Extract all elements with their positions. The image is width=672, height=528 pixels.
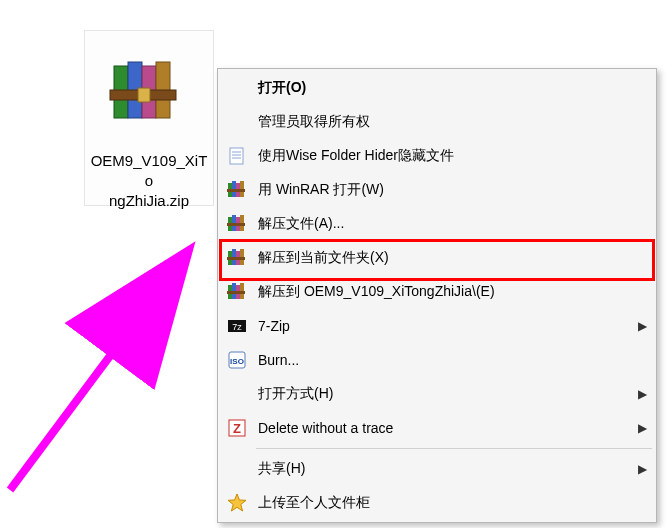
blank [220, 71, 254, 105]
menu-item-label: 打开(O) [254, 79, 630, 97]
menu-item-take-ownership[interactable]: 管理员取得所有权 [220, 105, 654, 139]
submenu-arrow-icon: ▶ [630, 421, 654, 435]
z-icon: Z [220, 411, 254, 445]
document-icon [220, 139, 254, 173]
menu-item-label: 解压到 OEM9_V109_XiTongZhiJia\(E) [254, 283, 630, 301]
context-menu[interactable]: 打开(O)管理员取得所有权 使用Wise Folder Hider隐藏文件 用 … [217, 68, 657, 523]
menu-item-extract-here[interactable]: 解压到当前文件夹(X) [220, 241, 654, 275]
menu-item-label: Delete without a trace [254, 420, 630, 436]
blank [220, 377, 254, 411]
menu-item-label: 共享(H) [254, 460, 630, 478]
menu-item-label: 使用Wise Folder Hider隐藏文件 [254, 147, 630, 165]
svg-text:Z: Z [233, 421, 241, 436]
pointer-arrow [0, 230, 210, 500]
submenu-arrow-icon: ▶ [630, 387, 654, 401]
svg-rect-31 [227, 291, 245, 294]
menu-item-upload-locker[interactable]: 上传至个人文件柜 [220, 486, 654, 520]
menu-item-label: 管理员取得所有权 [254, 113, 630, 131]
submenu-arrow-icon: ▶ [630, 462, 654, 476]
menu-item-label: Burn... [254, 352, 630, 368]
menu-item-open-with[interactable]: 打开方式(H)▶ [220, 377, 654, 411]
menu-item-open[interactable]: 打开(O) [220, 71, 654, 105]
blank [220, 452, 254, 486]
winrar-books-icon [220, 207, 254, 241]
star-icon [220, 486, 254, 520]
menu-item-label: 7-Zip [254, 318, 630, 334]
menu-item-label: 解压到当前文件夹(X) [254, 249, 630, 267]
svg-rect-8 [230, 148, 243, 164]
menu-item-label: 上传至个人文件柜 [254, 494, 630, 512]
svg-text:7z: 7z [232, 322, 242, 332]
file-label-line2: ngZhiJia.zip [109, 192, 189, 209]
svg-rect-26 [227, 257, 245, 260]
winrar-books-icon [220, 173, 254, 207]
svg-text:ISO: ISO [230, 357, 244, 366]
winrar-books-icon [220, 241, 254, 275]
menu-item-extract-files[interactable]: 解压文件(A)... [220, 207, 654, 241]
menu-item-seven-zip[interactable]: 7z 7-Zip▶ [220, 309, 654, 343]
svg-rect-21 [227, 223, 245, 226]
seven-zip-icon: 7z [220, 309, 254, 343]
svg-marker-38 [228, 494, 246, 511]
menu-item-label: 打开方式(H) [254, 385, 630, 403]
menu-item-burn[interactable]: ISO Burn... [220, 343, 654, 377]
file-label: OEM9_V109_XiTo ngZhiJia.zip [89, 151, 209, 211]
winrar-books-icon [220, 275, 254, 309]
menu-item-share[interactable]: 共享(H)▶ [220, 452, 654, 486]
menu-item-winrar-open[interactable]: 用 WinRAR 打开(W) [220, 173, 654, 207]
menu-item-wise-hide[interactable]: 使用Wise Folder Hider隐藏文件 [220, 139, 654, 173]
blank [220, 105, 254, 139]
winrar-archive-icon [106, 48, 192, 134]
selected-file[interactable]: OEM9_V109_XiTo ngZhiJia.zip [84, 30, 214, 206]
submenu-arrow-icon: ▶ [630, 319, 654, 333]
menu-separator [256, 448, 652, 449]
file-label-line1: OEM9_V109_XiTo [91, 152, 208, 189]
svg-line-7 [10, 254, 186, 490]
menu-item-label: 用 WinRAR 打开(W) [254, 181, 630, 199]
iso-disc-icon: ISO [220, 343, 254, 377]
svg-rect-5 [138, 88, 150, 102]
file-icon [85, 31, 213, 151]
menu-item-extract-to[interactable]: 解压到 OEM9_V109_XiTongZhiJia\(E) [220, 275, 654, 309]
menu-item-delete-trace[interactable]: Z Delete without a trace▶ [220, 411, 654, 445]
svg-rect-16 [227, 189, 245, 192]
menu-item-label: 解压文件(A)... [254, 215, 630, 233]
